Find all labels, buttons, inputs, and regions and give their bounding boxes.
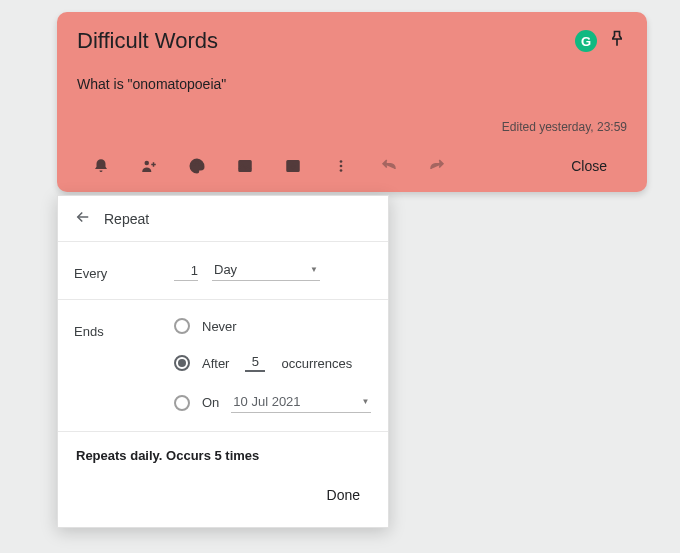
popup-footer: Done	[58, 471, 388, 527]
reminder-icon[interactable]	[77, 148, 125, 184]
undo-icon[interactable]	[365, 148, 413, 184]
never-label: Never	[202, 319, 237, 334]
on-date-value: 10 Jul 2021	[233, 394, 300, 409]
every-unit-select[interactable]: Day ▼	[212, 260, 320, 281]
collaborator-icon[interactable]	[125, 148, 173, 184]
repeat-popup: Repeat Every Day ▼ Ends Never After	[57, 195, 389, 528]
note-header: Difficult Words G	[77, 28, 627, 54]
every-label: Every	[74, 260, 174, 281]
ends-after-option[interactable]: After occurrences	[174, 354, 372, 372]
back-arrow-icon[interactable]	[74, 208, 92, 229]
svg-point-8	[340, 169, 343, 172]
image-icon[interactable]	[221, 148, 269, 184]
redo-icon[interactable]	[413, 148, 461, 184]
archive-icon[interactable]	[269, 148, 317, 184]
pin-icon[interactable]	[607, 29, 627, 53]
note-toolbar: Close	[77, 148, 627, 184]
popup-title: Repeat	[104, 211, 149, 227]
popup-header: Repeat	[58, 196, 388, 242]
svg-point-3	[199, 164, 201, 166]
header-icons: G	[575, 29, 627, 53]
svg-point-0	[145, 161, 150, 166]
svg-point-7	[340, 165, 343, 168]
after-count-input[interactable]	[245, 354, 265, 372]
svg-point-6	[340, 160, 343, 163]
every-value-input[interactable]	[174, 261, 198, 281]
note-body[interactable]: What is "onomatopoeia"	[77, 76, 627, 92]
svg-point-1	[193, 164, 195, 166]
palette-icon[interactable]	[173, 148, 221, 184]
radio-never[interactable]	[174, 318, 190, 334]
svg-rect-4	[239, 161, 251, 172]
every-unit-value: Day	[214, 262, 237, 277]
chevron-down-icon: ▼	[310, 265, 318, 274]
radio-after[interactable]	[174, 355, 190, 371]
after-prefix: After	[202, 356, 229, 371]
close-button[interactable]: Close	[551, 150, 627, 182]
grammarly-badge[interactable]: G	[575, 30, 597, 52]
ends-label: Ends	[74, 318, 174, 339]
edited-timestamp: Edited yesterday, 23:59	[77, 120, 627, 134]
on-date-select[interactable]: 10 Jul 2021 ▼	[231, 392, 371, 413]
ends-on-option[interactable]: On 10 Jul 2021 ▼	[174, 392, 372, 413]
ends-section: Ends Never After occurrences On 10 Jul 2…	[58, 300, 388, 432]
done-button[interactable]: Done	[317, 481, 370, 509]
svg-point-2	[196, 162, 198, 164]
ends-never-option[interactable]: Never	[174, 318, 372, 334]
on-prefix: On	[202, 395, 219, 410]
every-section: Every Day ▼	[58, 242, 388, 300]
radio-on[interactable]	[174, 395, 190, 411]
chevron-down-icon: ▼	[361, 397, 369, 406]
note-card: Difficult Words G What is "onomatopoeia"…	[57, 12, 647, 192]
repeat-summary: Repeats daily. Occurs 5 times	[58, 432, 388, 471]
after-suffix: occurrences	[281, 356, 352, 371]
more-icon[interactable]	[317, 148, 365, 184]
note-title[interactable]: Difficult Words	[77, 28, 218, 54]
